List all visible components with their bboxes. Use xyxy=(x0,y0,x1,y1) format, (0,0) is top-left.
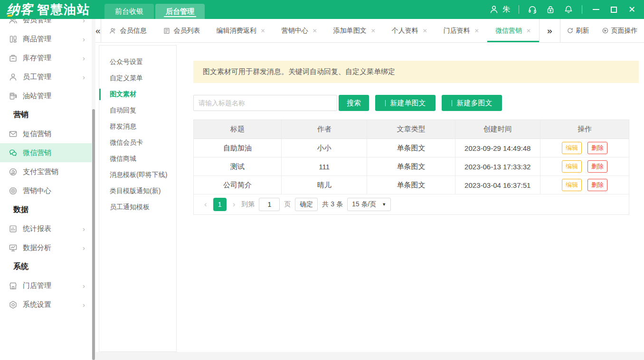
sidebar-item-staff-mgmt[interactable]: 员工管理 › xyxy=(0,67,92,86)
new-single-article-button[interactable]: 新建单图文 xyxy=(375,95,436,111)
delete-button[interactable]: 删除 xyxy=(587,179,607,191)
tab-edit-cashback[interactable]: 编辑消费返利 ✕ xyxy=(208,19,274,42)
sidebar-scrollbar[interactable] xyxy=(92,19,95,360)
delete-button[interactable]: 删除 xyxy=(587,160,607,173)
sidebar-item-inventory-mgmt[interactable]: 库存管理 › xyxy=(0,48,92,67)
cell-type: 单条图文 xyxy=(367,139,455,157)
confirm-page-button[interactable]: 确定 xyxy=(295,198,318,211)
submenu-item-article-material[interactable]: 图文素材 xyxy=(99,86,176,102)
goto-suffix-label: 页 xyxy=(284,200,291,209)
nav-back-admin[interactable]: 后台管理 xyxy=(155,4,205,19)
close-tab-icon[interactable]: ✕ xyxy=(313,28,317,34)
bell-icon[interactable] xyxy=(564,5,573,14)
refresh-icon xyxy=(567,27,574,34)
submenu-item-message-template[interactable]: 消息模板(即将下线) xyxy=(99,167,176,183)
sidebar-item-statistics[interactable]: 统计报表 › xyxy=(0,219,92,238)
maximize-icon xyxy=(611,7,617,13)
col-header-author: 作者 xyxy=(282,120,367,138)
tab-store-profile[interactable]: 门店资料 ✕ xyxy=(436,19,487,42)
cell-actions: 编辑 删除 xyxy=(540,139,629,157)
page-actions-button[interactable]: 页面操作 xyxy=(596,27,644,35)
page-actions-icon xyxy=(602,27,609,34)
members-icon xyxy=(109,27,117,35)
next-page-button[interactable]: › xyxy=(231,200,237,209)
tab-marketing-center[interactable]: 营销中心 ✕ xyxy=(274,19,325,42)
cell-type: 单条图文 xyxy=(367,157,455,175)
goto-page-input[interactable] xyxy=(259,198,280,211)
submenu-item-custom-menu[interactable]: 自定义菜单 xyxy=(99,70,176,86)
table-row: 自助加油 小小 单条图文 2023-09-29 14:49:48 编辑 删除 xyxy=(194,139,629,157)
tab-member-info[interactable]: 会员信息 xyxy=(101,19,155,42)
close-tab-icon[interactable]: ✕ xyxy=(371,28,376,34)
sidebar-item-store-mgmt[interactable]: 门店管理 › xyxy=(0,276,92,295)
delete-button[interactable]: 删除 xyxy=(587,142,607,154)
sidebar-item-alipay-marketing[interactable]: 支付宝营销 xyxy=(0,162,92,181)
tab-wechat-marketing[interactable]: 微信营销 ✕ xyxy=(487,19,540,42)
close-tab-icon[interactable]: ✕ xyxy=(261,28,265,34)
chevron-right-icon: › xyxy=(83,35,85,43)
store-icon xyxy=(9,281,18,290)
close-button[interactable]: ✕ xyxy=(628,5,635,14)
sidebar-section-marketing: 营销 xyxy=(0,105,92,124)
edit-button[interactable]: 编辑 xyxy=(562,179,582,191)
lock-icon[interactable] xyxy=(546,5,555,14)
search-button[interactable]: 搜索 xyxy=(339,95,369,111)
submenu-item-mass-message[interactable]: 群发消息 xyxy=(99,119,176,135)
maximize-button[interactable] xyxy=(611,7,617,13)
cell-type: 单条图文 xyxy=(367,176,455,194)
sidebar-section-data: 数据 xyxy=(0,200,92,219)
gear-icon xyxy=(9,300,18,309)
submenu-item-official-account[interactable]: 公众号设置 xyxy=(99,54,176,70)
submenu-item-wechat-member-card[interactable]: 微信会员卡 xyxy=(99,135,176,151)
sidebar-item-station-mgmt[interactable]: 油站管理 xyxy=(0,86,92,105)
close-icon: ✕ xyxy=(628,5,635,14)
nav-front-cashier[interactable]: 前台收银 xyxy=(104,4,154,19)
page-size-select[interactable]: 15 条/页 ▼ xyxy=(347,198,391,211)
pagination: ‹ 1 › 到第 页 确定 共 3 条 15 条/页 ▼ xyxy=(194,194,629,214)
sidebar-item-wechat-marketing[interactable]: 微信营销 xyxy=(0,143,92,162)
scrollbar-thumb[interactable] xyxy=(92,109,95,360)
submenu-item-staff-notify-template[interactable]: 员工通知模板 xyxy=(99,199,176,215)
list-icon xyxy=(163,27,170,35)
refresh-button[interactable]: 刷新 xyxy=(560,27,596,35)
sidebar-item-data-analysis[interactable]: 数据分析 › xyxy=(0,238,92,257)
logo-brand: 纳客 xyxy=(7,1,33,18)
collapse-tabs-button[interactable]: « xyxy=(95,19,101,42)
submenu-item-auto-reply[interactable]: 自动回复 xyxy=(99,102,176,119)
close-tab-icon[interactable]: ✕ xyxy=(423,28,427,34)
tab-personal-profile[interactable]: 个人资料 ✕ xyxy=(384,19,436,42)
tab-member-list[interactable]: 会员列表 xyxy=(155,19,208,42)
sidebar-item-member-mgmt[interactable]: 会员管理 › xyxy=(0,19,92,29)
cell-actions: 编辑 删除 xyxy=(540,176,629,194)
sidebar-item-marketing-center[interactable]: 营销中心 xyxy=(0,181,92,200)
col-header-actions: 操作 xyxy=(540,120,629,138)
headset-icon[interactable] xyxy=(528,5,537,14)
goto-prefix-label: 到第 xyxy=(241,200,255,209)
search-input[interactable] xyxy=(193,95,337,111)
header-divider xyxy=(582,5,582,14)
logo-product: 智慧油站 xyxy=(37,1,90,18)
header-divider xyxy=(519,5,519,14)
minimize-button[interactable] xyxy=(593,9,599,10)
close-tab-icon[interactable]: ✕ xyxy=(526,28,531,34)
wechat-submenu: 公众号设置 自定义菜单 图文素材 自动回复 群发消息 微信会员卡 微信商城 消息… xyxy=(99,45,177,352)
tab-add-single-article[interactable]: 添加单图文 ✕ xyxy=(325,19,384,42)
header-right: 朱 ✕ xyxy=(489,5,644,15)
edit-button[interactable]: 编辑 xyxy=(562,142,582,154)
wechat-icon xyxy=(9,148,18,157)
edit-button[interactable]: 编辑 xyxy=(562,160,582,173)
new-multi-article-button[interactable]: 新建多图文 xyxy=(442,95,502,111)
submenu-item-wechat-mall[interactable]: 微信商城 xyxy=(99,151,176,167)
cell-title: 测试 xyxy=(194,157,282,175)
sidebar-item-system-settings[interactable]: 系统设置 › xyxy=(0,295,92,314)
page-number-button[interactable]: 1 xyxy=(213,198,227,211)
window-controls: ✕ xyxy=(593,5,635,14)
sidebar-item-goods-mgmt[interactable]: 商品管理 › xyxy=(0,29,92,48)
expand-tabs-button[interactable]: » xyxy=(540,26,560,36)
sidebar-item-sms-marketing[interactable]: 短信营销 xyxy=(0,124,92,143)
chevron-right-icon: › xyxy=(83,19,85,24)
close-tab-icon[interactable]: ✕ xyxy=(474,28,479,34)
submenu-item-category-template[interactable]: 类目模版通知(新) xyxy=(99,183,176,199)
prev-page-button[interactable]: ‹ xyxy=(202,200,209,209)
user-menu[interactable]: 朱 xyxy=(489,5,510,15)
